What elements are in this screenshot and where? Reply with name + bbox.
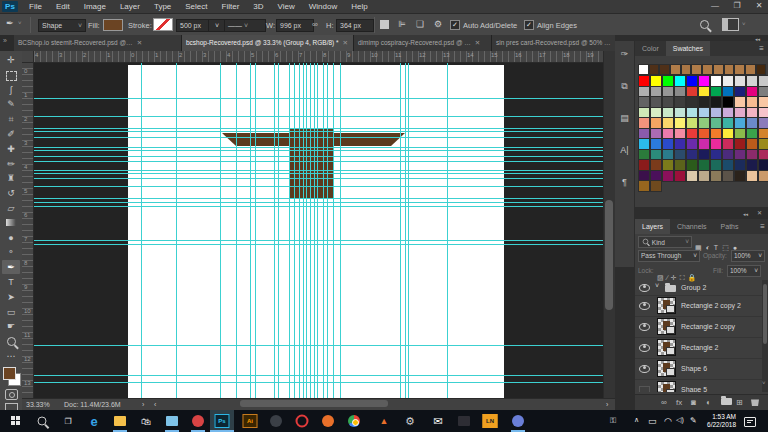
- file-explorer-taskbar-icon[interactable]: [108, 410, 132, 432]
- layer-thumbnail[interactable]: [657, 297, 676, 314]
- guide-vertical[interactable]: [303, 62, 304, 398]
- tab-overflow-icon[interactable]: »: [3, 37, 7, 44]
- tray-volume-icon[interactable]: ◁): [676, 416, 684, 424]
- vertical-ruler[interactable]: 012345678910111213: [22, 62, 34, 398]
- zoom-tool[interactable]: [2, 334, 20, 348]
- panel-icon-libraries[interactable]: ▤: [615, 109, 634, 127]
- chrome-taskbar-icon[interactable]: [342, 410, 366, 432]
- workspace-icon[interactable]: [722, 18, 739, 31]
- guide-vertical[interactable]: [141, 62, 142, 398]
- swatch[interactable]: [674, 170, 686, 182]
- guide-vertical[interactable]: [310, 62, 311, 398]
- layer-row-rectangle-2[interactable]: Rectangle 2: [635, 337, 762, 359]
- swatch[interactable]: [758, 170, 768, 182]
- eye-icon[interactable]: [639, 323, 650, 331]
- layer-row-shape-5[interactable]: Shape 5: [635, 379, 762, 392]
- triangle-app-taskbar-icon[interactable]: ▲: [372, 410, 396, 432]
- panel-icon-clone-source[interactable]: ⧉: [615, 77, 634, 95]
- filter-kind-select[interactable]: Kind ˅: [638, 236, 692, 248]
- document-tab-2[interactable]: bcshop-Recovered.psd @ 33.3% (Group 4, R…: [182, 35, 354, 51]
- eye-icon[interactable]: [639, 302, 650, 310]
- tool-mode-select[interactable]: Shape ˅: [38, 19, 86, 32]
- guide-horizontal[interactable]: [33, 173, 603, 174]
- workspace-chevron-icon[interactable]: ˅: [742, 21, 746, 27]
- layer-thumbnail[interactable]: [657, 318, 676, 335]
- edit-toolbar-tool[interactable]: ⋯: [2, 349, 20, 363]
- gear-icon[interactable]: ⚙: [434, 19, 442, 29]
- swatch[interactable]: [638, 180, 650, 192]
- lasso-tool[interactable]: ʃ: [2, 83, 20, 97]
- panel-menu-icon[interactable]: ≡: [759, 41, 764, 56]
- layer-effects-icon[interactable]: fx: [676, 398, 682, 407]
- new-group-icon[interactable]: [721, 398, 732, 407]
- guide-horizontal[interactable]: [33, 178, 603, 179]
- menu-file[interactable]: File: [22, 0, 49, 13]
- guide-horizontal[interactable]: [33, 128, 603, 129]
- start-taskbar-icon[interactable]: [4, 410, 28, 432]
- adjustment-icon[interactable]: ◐: [706, 398, 711, 407]
- path-selection-tool[interactable]: ➤: [2, 290, 20, 304]
- horizontal-scrollbar-thumb[interactable]: [240, 400, 388, 407]
- document-tab-4[interactable]: sin pres card-Recovered.psd @ 50% …✕: [492, 35, 620, 51]
- eyedropper-tool[interactable]: ✐: [2, 127, 20, 141]
- new-layer-icon[interactable]: ⊞: [736, 398, 743, 407]
- tab-close-icon[interactable]: ✕: [343, 39, 348, 46]
- tab-channels[interactable]: Channels: [670, 219, 714, 234]
- guide-vertical[interactable]: [236, 62, 237, 398]
- blur-tool[interactable]: ●: [2, 231, 20, 245]
- vertical-scrollbar-thumb[interactable]: [605, 200, 613, 310]
- settings-gears-taskbar-icon[interactable]: ⚙: [398, 410, 422, 432]
- quick-mask-icon[interactable]: [5, 389, 18, 400]
- discord-taskbar-icon[interactable]: [506, 410, 530, 432]
- guide-vertical[interactable]: [274, 62, 275, 398]
- restore-icon[interactable]: ❐: [728, 0, 746, 12]
- tab-close-icon[interactable]: ✕: [475, 39, 480, 46]
- clone-stamp-tool[interactable]: ♜: [2, 171, 20, 185]
- path-alignment-icon[interactable]: ⊫: [398, 19, 406, 29]
- guide-horizontal[interactable]: [33, 147, 603, 148]
- menu-image[interactable]: Image: [77, 0, 113, 13]
- foreground-color-swatch[interactable]: [3, 367, 16, 380]
- camera-app-taskbar-icon[interactable]: [264, 410, 288, 432]
- guide-vertical[interactable]: [447, 62, 448, 398]
- gradient-tool[interactable]: [2, 216, 20, 230]
- eye-icon[interactable]: [639, 344, 650, 352]
- layers-menu-icon[interactable]: ≡: [760, 219, 765, 234]
- guide-vertical[interactable]: [327, 62, 328, 398]
- guide-vertical[interactable]: [250, 62, 251, 398]
- search-icon[interactable]: [700, 20, 709, 29]
- guide-horizontal[interactable]: [33, 156, 603, 157]
- guide-horizontal[interactable]: [33, 345, 603, 346]
- horizontal-ruler[interactable]: 432101234567891011121314151617181920: [22, 51, 603, 63]
- search-taskbar-icon[interactable]: [30, 410, 54, 432]
- eraser-tool[interactable]: ▱: [2, 201, 20, 215]
- layer-row-rectangle-2-copy-2[interactable]: Rectangle 2 copy 2: [635, 295, 762, 317]
- dodge-tool[interactable]: ⚬: [2, 245, 20, 259]
- crop-tool[interactable]: ⌗: [2, 112, 20, 126]
- guide-vertical[interactable]: [340, 62, 341, 398]
- menu-3d[interactable]: 3D: [246, 0, 270, 13]
- guide-vertical[interactable]: [323, 62, 324, 398]
- swatch[interactable]: [662, 170, 674, 182]
- guide-vertical[interactable]: [289, 62, 290, 398]
- swatch[interactable]: [746, 170, 758, 182]
- width-input[interactable]: 996 px: [276, 19, 314, 32]
- layer-thumbnail[interactable]: [657, 381, 676, 392]
- tab-close-icon[interactable]: ✕: [137, 39, 142, 46]
- menu-window[interactable]: Window: [302, 0, 344, 13]
- opera-taskbar-icon[interactable]: [290, 410, 314, 432]
- guide-horizontal[interactable]: [33, 170, 603, 171]
- brush-tool[interactable]: ✏: [2, 157, 20, 171]
- swatch[interactable]: [722, 170, 734, 182]
- healing-brush-tool[interactable]: ✚: [2, 142, 20, 156]
- menu-select[interactable]: Select: [178, 0, 214, 13]
- tool-preset-chevron-icon[interactable]: ˅: [18, 20, 22, 26]
- swatch[interactable]: [698, 170, 710, 182]
- guide-vertical[interactable]: [176, 62, 177, 398]
- guide-horizontal[interactable]: [33, 375, 603, 376]
- layer-row-group-2[interactable]: ˅Group 2: [635, 280, 762, 296]
- guide-horizontal[interactable]: [33, 161, 603, 162]
- guide-vertical[interactable]: [255, 62, 256, 398]
- menu-view[interactable]: View: [271, 0, 302, 13]
- move-tool[interactable]: ✛: [2, 53, 20, 67]
